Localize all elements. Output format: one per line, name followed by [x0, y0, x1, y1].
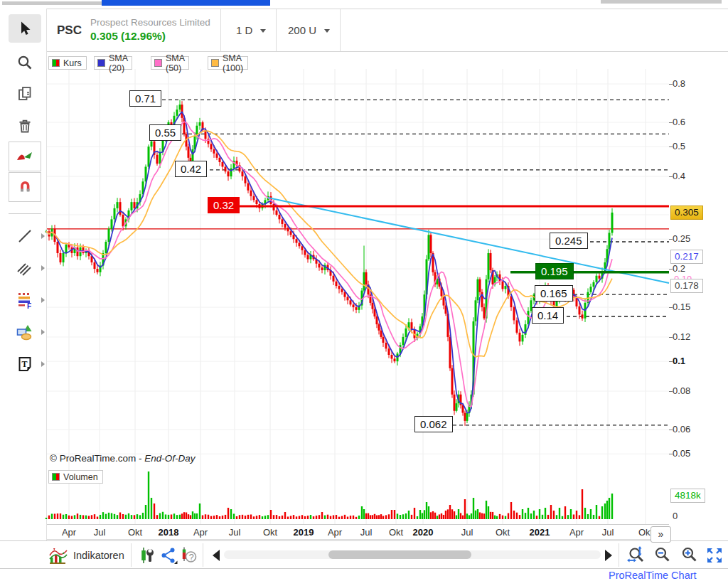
copyright-watermark: © ProRealTime.com - End-Of-Day — [50, 453, 196, 464]
price-level-label-0.42[interactable]: 0.42 — [175, 161, 207, 177]
price-level-label-0.195[interactable]: 0.195 — [535, 263, 574, 279]
legend-swatch-icon — [97, 59, 105, 67]
price-level-label-0.14[interactable]: 0.14 — [532, 307, 564, 324]
sma20-value-box: 0.217 — [670, 250, 703, 264]
legend-swatch-icon — [211, 59, 219, 67]
legend-label: SMA (50) — [166, 53, 184, 73]
legend-swatch-icon — [52, 473, 60, 481]
price-chart-canvas[interactable] — [0, 0, 728, 581]
price-level-label-0.55[interactable]: 0.55 — [149, 124, 181, 141]
legend-label: SMA (100) — [223, 53, 243, 73]
price-level-label-0.32[interactable]: 0.32 — [208, 197, 240, 213]
legend-item-sma-50-[interactable]: SMA (50) — [151, 56, 189, 70]
legend-swatch-icon — [154, 59, 162, 67]
legend-label: SMA (20) — [109, 53, 127, 73]
legend-item-sma-20-[interactable]: SMA (20) — [94, 56, 132, 70]
legend-label: Kurs — [63, 58, 82, 68]
axis-more-button[interactable]: » — [651, 526, 671, 543]
legend-item-sma-100-[interactable]: SMA (100) — [208, 56, 248, 70]
legend-item-kurs[interactable]: Kurs — [48, 56, 87, 70]
volume-max-box: 4818k — [670, 489, 705, 503]
trendline-value-box: 0.178 — [670, 279, 703, 293]
legend-label: Volumen — [63, 472, 98, 482]
price-level-label-0.165[interactable]: 0.165 — [535, 285, 573, 302]
legend-item-volumen[interactable]: Volumen — [48, 470, 103, 484]
price-level-label-0.71[interactable]: 0.71 — [129, 90, 161, 107]
legend-swatch-icon — [52, 59, 60, 67]
price-level-label-0.245[interactable]: 0.245 — [550, 233, 588, 249]
current-price-box: 0.305 — [670, 206, 703, 220]
price-level-label-0.062[interactable]: 0.062 — [414, 416, 453, 432]
